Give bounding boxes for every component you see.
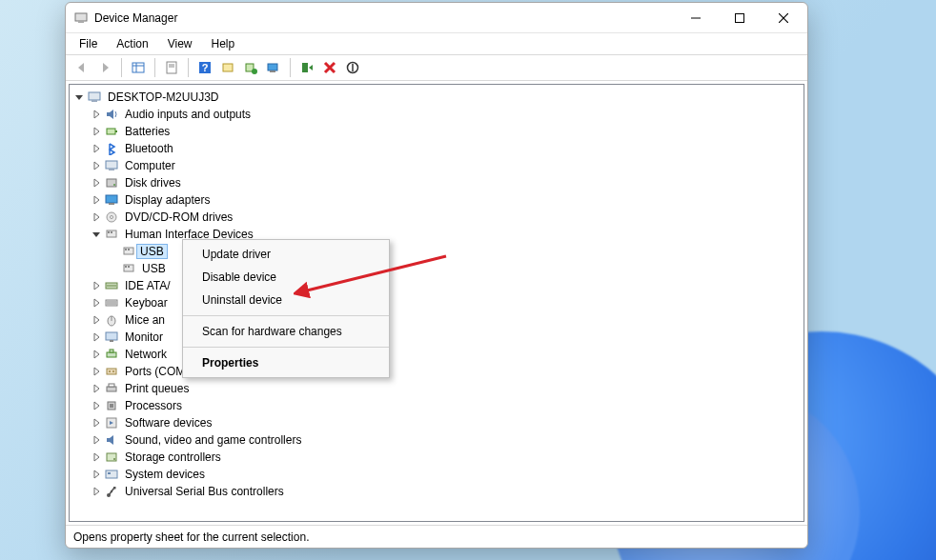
tree-root[interactable]: DESKTOP-M2UUJ3D xyxy=(71,89,802,106)
context-menu-separator xyxy=(183,347,389,348)
tree-category-bluetooth[interactable]: Bluetooth xyxy=(71,140,802,157)
svg-point-16 xyxy=(252,69,257,74)
tree-item-label: Storage controllers xyxy=(123,450,223,464)
back-button[interactable] xyxy=(71,57,92,78)
tree-category-keyboard[interactable]: Keyboar xyxy=(71,294,802,311)
cpu-icon xyxy=(104,398,119,413)
status-text: Opens property sheet for the current sel… xyxy=(73,530,309,544)
update-driver-button[interactable] xyxy=(217,57,238,78)
tree-category-usb[interactable]: Universal Serial Bus controllers xyxy=(71,483,802,500)
delete-button[interactable] xyxy=(319,57,340,78)
svg-rect-29 xyxy=(106,195,117,203)
tree-category-ide[interactable]: IDE ATA/ xyxy=(71,277,802,294)
context-menu-item[interactable]: Uninstall device xyxy=(183,289,389,311)
tree-category-system[interactable]: System devices xyxy=(71,466,802,483)
tree-caret-icon[interactable] xyxy=(89,484,104,499)
maximize-button[interactable] xyxy=(718,4,762,32)
svg-rect-25 xyxy=(106,161,117,169)
statusbar: Opens property sheet for the current sel… xyxy=(66,525,807,548)
tree-category-sound[interactable]: Sound, video and game controllers xyxy=(71,431,802,449)
context-menu-item[interactable]: Properties xyxy=(183,351,389,374)
svg-rect-57 xyxy=(109,384,114,387)
port-icon xyxy=(104,364,119,379)
tree-caret-icon[interactable] xyxy=(89,210,104,225)
toolbar: ? xyxy=(66,54,807,81)
disable-button[interactable] xyxy=(342,57,363,78)
uninstall-button[interactable] xyxy=(240,57,261,78)
help-button[interactable]: ? xyxy=(194,57,215,78)
software-icon xyxy=(104,415,119,430)
svg-rect-23 xyxy=(107,129,115,134)
svg-rect-30 xyxy=(109,203,114,205)
tree-caret-icon[interactable] xyxy=(71,90,87,105)
tree-item-label: Print queues xyxy=(123,382,191,395)
svg-rect-18 xyxy=(270,70,275,72)
tree-caret-icon[interactable] xyxy=(89,312,104,328)
svg-rect-24 xyxy=(115,130,117,132)
tree-device-item[interactable]: USB xyxy=(71,243,802,260)
tree-device-item[interactable]: USB xyxy=(71,260,802,277)
tree-caret-icon[interactable] xyxy=(89,192,104,208)
tree-category-dvd[interactable]: DVD/CD-ROM drives xyxy=(71,209,802,226)
tree-caret-icon[interactable] xyxy=(89,432,104,448)
tree-caret-icon[interactable] xyxy=(89,295,104,310)
tree-caret-icon[interactable] xyxy=(89,450,104,465)
tree-caret-icon[interactable] xyxy=(89,227,104,242)
tree-caret-icon[interactable] xyxy=(89,415,104,430)
menu-view[interactable]: View xyxy=(160,35,200,52)
enable-button[interactable] xyxy=(296,57,317,78)
window-title: Device Manager xyxy=(94,11,177,25)
context-menu-item[interactable]: Update driver xyxy=(183,243,389,266)
hid-dev-icon xyxy=(121,261,136,276)
tree-category-software[interactable]: Software devices xyxy=(71,414,802,431)
tree-caret-icon[interactable] xyxy=(89,278,104,293)
show-hidden-button[interactable] xyxy=(128,57,149,78)
tree-item-label: Monitor xyxy=(123,330,165,344)
menu-help[interactable]: Help xyxy=(204,35,243,52)
tree-category-disk[interactable]: Disk drives xyxy=(71,174,802,191)
svg-rect-14 xyxy=(223,64,233,71)
tree-caret-icon[interactable] xyxy=(89,141,104,156)
tree-item-label: Bluetooth xyxy=(123,142,175,155)
context-menu-item[interactable]: Scan for hardware changes xyxy=(183,320,389,343)
menu-action[interactable]: Action xyxy=(109,35,155,52)
usb-icon xyxy=(104,484,119,499)
svg-rect-38 xyxy=(128,249,130,250)
tree-category-battery[interactable]: Batteries xyxy=(71,123,802,140)
sound-icon xyxy=(104,432,119,448)
scan-hardware-button[interactable] xyxy=(263,57,284,78)
svg-rect-0 xyxy=(75,13,87,21)
tree-category-monitor[interactable]: Monitor xyxy=(71,329,802,346)
tree-caret-icon[interactable] xyxy=(89,364,104,379)
svg-rect-6 xyxy=(132,63,144,72)
tree-caret-icon[interactable] xyxy=(89,467,104,482)
tree-category-network[interactable]: Network xyxy=(71,346,802,363)
device-tree[interactable]: DESKTOP-M2UUJ3DAudio inputs and outputsB… xyxy=(70,85,804,504)
minimize-button[interactable] xyxy=(674,4,718,32)
context-menu-item[interactable]: Disable device xyxy=(183,266,389,289)
tree-caret-icon[interactable] xyxy=(89,347,104,362)
tree-category-computer[interactable]: Computer xyxy=(71,157,802,174)
svg-point-54 xyxy=(109,370,111,372)
tree-category-mouse[interactable]: Mice an xyxy=(71,311,802,329)
tree-caret-icon[interactable] xyxy=(89,381,104,396)
tree-caret-icon[interactable] xyxy=(89,158,104,173)
tree-category-audio[interactable]: Audio inputs and outputs xyxy=(71,106,802,123)
tree-caret-icon[interactable] xyxy=(89,175,104,190)
tree-category-printer[interactable]: Print queues xyxy=(71,380,802,397)
tree-category-display[interactable]: Display adapters xyxy=(71,191,802,209)
tree-caret-icon[interactable] xyxy=(89,330,104,345)
forward-button[interactable] xyxy=(94,57,115,78)
tree-category-cpu[interactable]: Processors xyxy=(71,397,802,414)
tree-caret-icon[interactable] xyxy=(89,107,104,122)
tree-category-storage[interactable]: Storage controllers xyxy=(71,449,802,466)
svg-point-55 xyxy=(112,370,114,372)
tree-category-hid[interactable]: Human Interface Devices xyxy=(71,226,802,243)
disk-icon xyxy=(104,175,119,190)
properties-button[interactable] xyxy=(161,57,182,78)
tree-category-port[interactable]: Ports (COM & LPT) xyxy=(71,363,802,380)
tree-caret-icon[interactable] xyxy=(89,124,104,139)
close-button[interactable] xyxy=(762,4,805,32)
tree-caret-icon[interactable] xyxy=(89,398,104,413)
menu-file[interactable]: File xyxy=(71,35,105,52)
